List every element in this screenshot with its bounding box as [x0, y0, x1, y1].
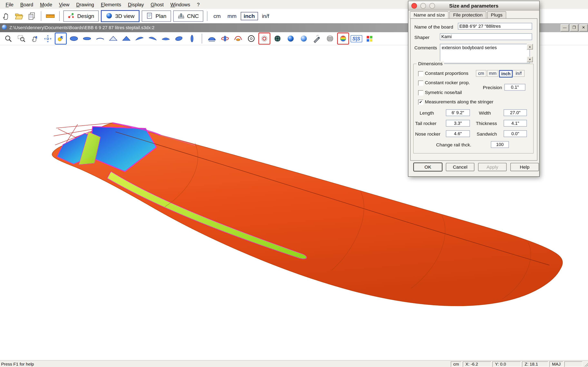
toolbar-separator	[202, 34, 202, 43]
symetric-nose-tail-checkbox[interactable]	[418, 90, 424, 96]
dimensions-groupbox	[413, 64, 534, 154]
select-point-tool-icon[interactable]	[55, 33, 67, 45]
apply-button[interactable]: Apply	[478, 163, 507, 171]
striped-sphere-icon[interactable]	[324, 33, 336, 45]
rail-profile-icon[interactable]	[160, 33, 172, 45]
dialog-unit-cm[interactable]: cm	[476, 70, 486, 77]
menu-board[interactable]: Board	[17, 1, 37, 8]
nose-rocker-input[interactable]	[446, 130, 470, 137]
shaded-sphere-icon[interactable]	[285, 33, 297, 45]
resize-grip[interactable]	[584, 361, 588, 367]
menu-elements[interactable]: Elements	[97, 1, 125, 8]
menu-view[interactable]: View	[56, 1, 73, 8]
tail-rocker-input[interactable]	[446, 120, 470, 127]
rainbow-sphere-icon[interactable]	[337, 33, 349, 45]
restore-button[interactable]: ❐	[570, 24, 578, 31]
dialog-titlebar[interactable]: Size and parameters	[408, 1, 539, 11]
comments-input[interactable]: extension bodyboard series	[440, 44, 530, 63]
constant-proportions-checkbox[interactable]	[418, 71, 424, 76]
design-mode-button[interactable]: Design	[63, 10, 99, 22]
precision-label: Precision	[480, 85, 502, 90]
dialog-tabs: Name and size File protection Plugs	[410, 11, 506, 19]
section-lens-icon[interactable]	[186, 33, 198, 45]
length-label: Length	[420, 110, 434, 116]
tab-name-and-size[interactable]: Name and size	[410, 11, 449, 19]
unit-cm[interactable]: cm	[211, 12, 223, 20]
menu-help[interactable]: ?	[194, 1, 203, 8]
rotate-view-icon[interactable]	[42, 33, 54, 45]
document-icon	[1, 24, 7, 31]
measurements-stringer-checkbox[interactable]	[418, 100, 424, 105]
spin-horizontal-icon[interactable]	[219, 33, 231, 45]
application-window: File Board Mode View Drawing Elements Di…	[0, 0, 588, 367]
ring-red-icon[interactable]	[259, 33, 270, 45]
width-input[interactable]	[504, 109, 527, 116]
ok-button[interactable]: OK	[414, 163, 442, 171]
unit-inch[interactable]: inch	[241, 12, 258, 20]
rotate-dome-icon[interactable]	[206, 33, 218, 45]
color-grid-icon[interactable]	[363, 33, 375, 45]
rail-thickness-label: Change rail thck.	[436, 142, 471, 148]
thickness-profile-icon[interactable]	[173, 33, 185, 45]
scroll-up-icon[interactable]: ▲	[527, 44, 533, 50]
cancel-button[interactable]: Cancel	[446, 163, 475, 171]
thickness-input[interactable]	[504, 120, 527, 127]
menu-ghost[interactable]: Ghost	[147, 1, 167, 8]
open-folder-icon[interactable]	[13, 10, 25, 22]
toolbar-separator	[59, 11, 60, 21]
dialog-unit-inf[interactable]: in/f	[513, 70, 525, 77]
status-unit: cm	[450, 361, 462, 367]
triangle-filled-icon[interactable]	[121, 33, 132, 45]
rocker-profile-2-icon[interactable]	[147, 33, 159, 45]
outline-arc-icon[interactable]	[94, 33, 106, 45]
copy-icon[interactable]	[26, 10, 38, 22]
hand-tool-icon[interactable]	[1, 10, 12, 22]
wireframe-sphere-icon[interactable]	[272, 33, 284, 45]
window-controls: — ❐ ✕	[561, 24, 588, 31]
help-button[interactable]: Help	[510, 163, 539, 171]
3d-view-label: 3D view	[115, 13, 135, 19]
3d-view-mode-button[interactable]: 3D view	[101, 10, 139, 22]
tab-file-protection[interactable]: File protection	[449, 11, 486, 19]
close-button[interactable]: ✕	[579, 24, 588, 31]
unit-inf[interactable]: in/f	[259, 12, 272, 20]
minimize-button[interactable]: —	[561, 24, 569, 31]
plan-mode-button[interactable]: Plan	[142, 10, 171, 22]
menu-mode[interactable]: Mode	[36, 1, 56, 8]
plan-icon	[146, 12, 153, 20]
dialog-unit-mm[interactable]: mm	[487, 70, 498, 77]
rail-thickness-input[interactable]	[491, 141, 509, 148]
zoom-icon[interactable]	[2, 33, 14, 45]
triangle-outline-icon[interactable]	[107, 33, 119, 45]
ring-black-icon[interactable]	[245, 33, 257, 45]
sandwich-input[interactable]	[504, 130, 527, 137]
scroll-down-icon[interactable]: ▼	[527, 57, 533, 62]
cnc-mode-button[interactable]: CNC	[173, 10, 203, 22]
curvature-icon[interactable]: S|S	[350, 33, 362, 45]
shaded-sphere-light-icon[interactable]	[298, 33, 310, 45]
zoom-region-icon[interactable]	[15, 33, 27, 45]
menu-file[interactable]: File	[2, 1, 17, 8]
unit-mm[interactable]: mm	[225, 12, 239, 20]
outline-ellipse-icon[interactable]	[68, 33, 80, 45]
length-input[interactable]	[446, 109, 470, 116]
rocker-profile-icon[interactable]	[134, 33, 146, 45]
menu-display[interactable]: Display	[125, 1, 147, 8]
pan-hand-icon[interactable]	[29, 33, 41, 45]
precision-input[interactable]	[504, 84, 525, 91]
dialog-zoom-icon[interactable]	[429, 3, 435, 9]
spin-vertical-icon[interactable]	[232, 33, 244, 45]
menu-windows[interactable]: Windows	[167, 1, 194, 8]
shaper-input[interactable]	[440, 33, 532, 40]
constant-rocker-checkbox[interactable]	[418, 81, 424, 86]
dialog-unit-inch[interactable]: inch	[499, 70, 513, 77]
design-label: Design	[77, 13, 94, 19]
menu-drawing[interactable]: Drawing	[73, 1, 98, 8]
tab-plugs[interactable]: Plugs	[487, 11, 506, 19]
ruler-icon[interactable]	[45, 10, 56, 22]
board-name-input[interactable]	[458, 23, 532, 30]
dialog-close-icon[interactable]	[411, 3, 417, 9]
outline-flat-ellipse-icon[interactable]	[81, 33, 93, 45]
airbrush-icon[interactable]	[311, 33, 323, 45]
dialog-minimize-icon[interactable]	[420, 3, 426, 9]
